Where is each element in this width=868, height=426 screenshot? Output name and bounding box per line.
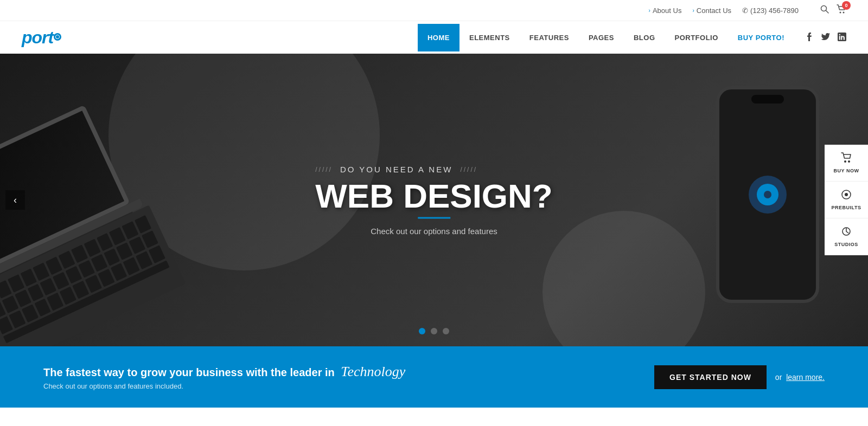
phone-icon: ✆: [742, 7, 748, 15]
side-panel: BUY NOW PREBUILTS STUDIOS: [825, 145, 868, 255]
search-button[interactable]: [820, 5, 829, 16]
slider-dot-2[interactable]: [431, 328, 437, 334]
logo[interactable]: port: [22, 28, 61, 48]
about-us-link[interactable]: › About Us: [649, 7, 682, 15]
cart-button[interactable]: 0: [837, 4, 846, 16]
svg-line-1: [826, 11, 829, 14]
phone-logo: [749, 176, 787, 214]
slider-dot-3[interactable]: [443, 328, 449, 334]
phone-image: [716, 86, 825, 314]
hero-description: Check out our options and features: [315, 227, 552, 236]
hero-underline: [418, 217, 450, 219]
hero-subtitle-text: DO YOU NEED A NEW: [340, 165, 452, 174]
social-links: [805, 33, 846, 43]
hero-content: ///// DO YOU NEED A NEW ///// WEB DESIGN…: [315, 165, 552, 236]
svg-point-2: [840, 12, 841, 14]
get-started-button[interactable]: Get Started Now: [654, 365, 767, 389]
contact-us-link[interactable]: › Contact Us: [692, 7, 731, 15]
studios-panel-item[interactable]: STUDIOS: [825, 218, 868, 255]
arrow-icon: ›: [649, 8, 650, 14]
nav-links: HOME ELEMENTS FEATURES PAGES BLOG PORTFO…: [418, 24, 794, 51]
slider-prev-button[interactable]: ‹: [5, 190, 25, 210]
cta-title-normal: The fastest way to grow your business wi…: [43, 366, 335, 378]
phone-logo-inner: [757, 184, 778, 205]
nav-features[interactable]: FEATURES: [520, 24, 579, 51]
header: › About Us › Contact Us ✆ (123) 456-7890: [0, 0, 868, 54]
cta-actions: Get Started Now or learn more.: [654, 365, 825, 389]
nav-blog[interactable]: BLOG: [624, 24, 665, 51]
phone-logo-dot: [764, 191, 771, 198]
nav-bar: port HOME ELEMENTS FEATURES PAGES BLOG P…: [0, 21, 868, 54]
cta-title-script: Technology: [341, 364, 405, 379]
learn-more-link[interactable]: learn more.: [786, 373, 825, 382]
hero-slider: ///// DO YOU NEED A NEW ///// WEB DESIGN…: [0, 54, 868, 346]
prebuilts-panel-item[interactable]: PREBUILTS: [825, 182, 868, 218]
prebuilts-label: PREBUILTS: [829, 205, 864, 210]
nav-home[interactable]: HOME: [418, 24, 459, 51]
cta-learn-text: or learn more.: [775, 373, 825, 382]
facebook-link[interactable]: [805, 33, 814, 43]
phone-notch: [751, 95, 784, 104]
nav-buy-porto[interactable]: BUY PORTO!: [728, 24, 794, 51]
prebuilts-icon: [829, 189, 864, 203]
logo-text: port: [22, 28, 61, 47]
studios-label: STUDIOS: [829, 242, 864, 247]
top-bar: › About Us › Contact Us ✆ (123) 456-7890: [0, 0, 868, 21]
cta-text: The fastest way to grow your business wi…: [43, 364, 405, 390]
cart-panel-icon: [829, 152, 864, 166]
cart-count: 0: [842, 1, 851, 10]
hero-subtitle: ///// DO YOU NEED A NEW /////: [315, 165, 552, 174]
cta-title: The fastest way to grow your business wi…: [43, 364, 405, 380]
phone-number: ✆ (123) 456-7890: [742, 7, 799, 15]
slider-dot-1[interactable]: [419, 328, 425, 334]
buy-now-label: BUY NOW: [829, 168, 864, 173]
svg-point-5: [848, 160, 850, 163]
nav-pages[interactable]: PAGES: [579, 24, 624, 51]
buy-now-panel-item[interactable]: BUY NOW: [825, 145, 868, 182]
linkedin-link[interactable]: [838, 33, 846, 43]
phone-body: [716, 86, 819, 303]
twitter-link[interactable]: [821, 33, 830, 43]
svg-point-4: [844, 160, 846, 163]
svg-point-7: [845, 193, 848, 196]
chevron-left-icon: ‹: [14, 195, 17, 206]
header-icons: 0: [820, 4, 846, 16]
cta-subtitle: Check out our options and features inclu…: [43, 382, 405, 390]
studios-icon: [829, 226, 864, 240]
cta-banner: The fastest way to grow your business wi…: [0, 346, 868, 408]
nav-portfolio[interactable]: PORTFOLIO: [665, 24, 728, 51]
arrow-icon: ›: [692, 8, 694, 14]
nav-elements[interactable]: ELEMENTS: [459, 24, 520, 51]
svg-point-3: [843, 12, 845, 14]
slider-dots: [419, 328, 449, 334]
hero-title: WEB DESIGN?: [315, 179, 552, 213]
